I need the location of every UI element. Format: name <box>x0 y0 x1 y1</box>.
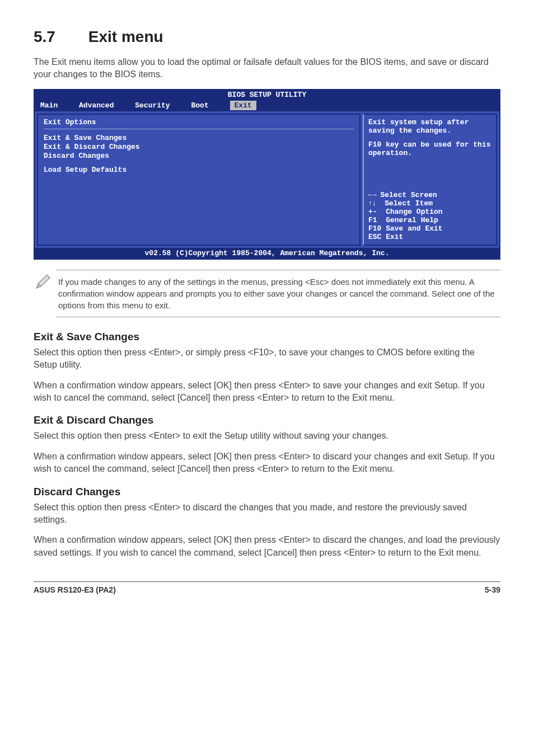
bios-title: BIOS SETUP UTILITY <box>35 90 499 100</box>
key-select-item: Select Item <box>385 199 433 208</box>
opt-exit-discard[interactable]: Exit & Discard Changes <box>44 143 354 151</box>
bios-help-text: Exit system setup after saving the chang… <box>368 118 491 157</box>
bios-footer: v02.58 (C)Copyright 1985-2004, American … <box>35 248 499 259</box>
tab-main[interactable]: Main <box>40 101 58 110</box>
key-select-screen: Select Screen <box>380 191 437 199</box>
arrows-lr-icon: ←→ <box>368 191 376 199</box>
help-line2: F10 key can be used for this operation. <box>368 140 491 157</box>
page-footer: ASUS RS120-E3 (PA2) 5-39 <box>34 581 500 594</box>
heading-discard: Discard Changes <box>34 486 500 498</box>
tab-exit[interactable]: Exit <box>230 101 256 110</box>
pencil-icon <box>34 270 56 293</box>
opt-load-defaults[interactable]: Load Setup Defaults <box>44 166 354 174</box>
section-title-text: Exit menu <box>88 28 163 45</box>
bios-window: BIOS SETUP UTILITY Main Advanced Securit… <box>34 89 500 260</box>
opt-discard[interactable]: Discard Changes <box>44 152 354 160</box>
arrows-ud-icon: ↑↓ <box>368 199 376 208</box>
section-heading: 5.7 Exit menu <box>34 28 500 46</box>
f1-key: F1 <box>368 216 377 224</box>
key-save-exit: Save and Exit <box>386 224 442 233</box>
f10-key: F10 <box>368 224 381 233</box>
p-exit-discard-2: When a confirmation window appears, sele… <box>34 450 500 476</box>
section-number: 5.7 <box>34 28 84 46</box>
tab-advanced[interactable]: Advanced <box>79 101 114 110</box>
bios-help-panel: Exit system setup after saving the chang… <box>363 114 497 246</box>
esc-key: ESC <box>368 233 381 241</box>
plusminus-icon: +- <box>368 208 377 216</box>
bios-body: Exit Options Exit & Save Changes Exit & … <box>35 111 499 248</box>
footer-page-number: 5-39 <box>485 585 500 594</box>
p-exit-discard-1: Select this option then press <Enter> to… <box>34 430 500 442</box>
intro-paragraph: The Exit menu items allow you to load th… <box>34 56 500 81</box>
footer-product: ASUS RS120-E3 (PA2) <box>34 585 116 594</box>
note-row: If you made changes to any of the settin… <box>34 270 500 317</box>
tab-security[interactable]: Security <box>135 101 170 110</box>
tab-boot[interactable]: Boot <box>191 101 209 110</box>
key-exit: Exit <box>386 233 403 241</box>
help-line1: Exit system setup after saving the chang… <box>368 118 491 135</box>
p-exit-save-1: Select this option then press <Enter>, o… <box>34 346 500 372</box>
key-change-option: Change Option <box>386 208 442 216</box>
p-discard-2: When a confirmation window appears, sele… <box>34 534 500 559</box>
p-discard-1: Select this option then press <Enter> to… <box>34 501 500 527</box>
bios-tab-bar: Main Advanced Security Boot Exit <box>35 100 499 111</box>
heading-exit-discard: Exit & Discard Changes <box>34 414 500 426</box>
key-general-help: General Help <box>386 216 438 224</box>
opt-exit-save[interactable]: Exit & Save Changes <box>44 134 354 142</box>
bios-key-legend: ←→ Select Screen ↑↓ Select Item +- Chang… <box>368 191 491 241</box>
note-text: If you made changes to any of the settin… <box>56 270 500 317</box>
bios-left-panel: Exit Options Exit & Save Changes Exit & … <box>37 114 360 246</box>
exit-options-heading: Exit Options <box>44 118 354 126</box>
heading-exit-save: Exit & Save Changes <box>34 331 500 343</box>
p-exit-save-2: When a confirmation window appears, sele… <box>34 379 500 405</box>
divider <box>44 129 354 129</box>
